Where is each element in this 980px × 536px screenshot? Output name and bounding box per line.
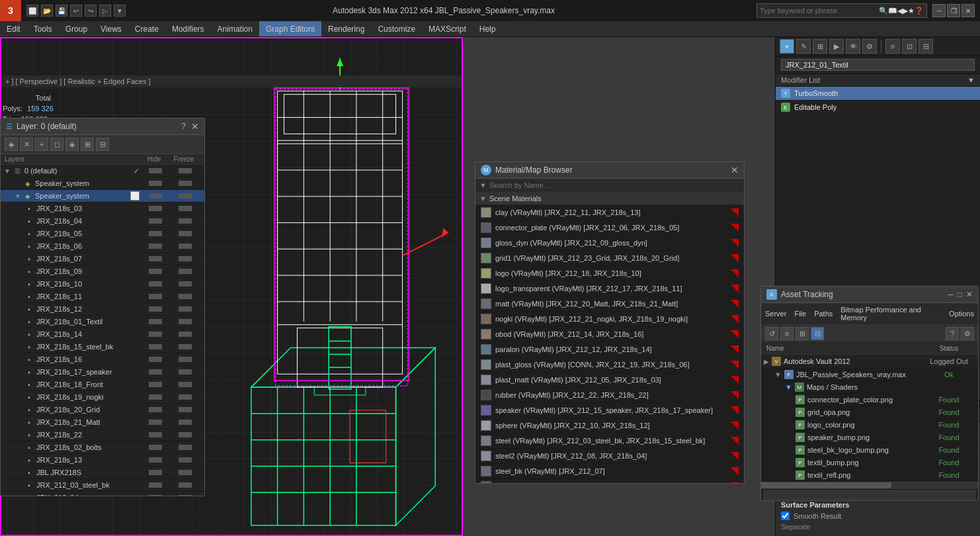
asset-tree-btn[interactable]: ⊟ bbox=[811, 327, 824, 340]
asset-menu-paths[interactable]: Paths bbox=[814, 309, 833, 318]
menu-animation[interactable]: Animation bbox=[211, 21, 259, 36]
menu-rendering[interactable]: Rendering bbox=[321, 21, 371, 36]
mat-browser-close-button[interactable]: ✕ bbox=[731, 165, 739, 175]
layer-item[interactable]: ▪ JRX_218s_09 bbox=[1, 265, 204, 278]
layer-item[interactable]: ▪ JRX_218s_12 bbox=[1, 303, 204, 316]
layer-checkbox[interactable] bbox=[130, 191, 140, 201]
layer-item[interactable]: ▪ JRX_218s_17_speaker bbox=[1, 366, 204, 379]
layers-expand-btn[interactable]: ⊟ bbox=[96, 138, 109, 151]
qa-redo[interactable]: ↪ bbox=[85, 5, 97, 17]
asset-menu-options[interactable]: Options bbox=[949, 309, 974, 318]
asset-path-input[interactable] bbox=[764, 490, 975, 500]
layer-item[interactable]: ▪ JRX_218s_18_Front bbox=[1, 379, 204, 391]
layers-create-btn[interactable]: ◈ bbox=[5, 138, 18, 151]
asset-png-item[interactable]: P grid_opa.png Found bbox=[761, 406, 978, 419]
menu-edit[interactable]: Edit bbox=[0, 21, 27, 36]
mat-item[interactable]: plast_gloss (VRayMtl) [CONN, JRX_212_19,… bbox=[475, 357, 744, 373]
layer-item[interactable]: ▪ JBL JRX218S bbox=[1, 467, 204, 479]
layer-item[interactable]: ▪ JRX_218s_07 bbox=[1, 253, 204, 265]
asset-minimize-btn[interactable]: ─ bbox=[948, 290, 954, 299]
layer-item[interactable]: ▪ JRX_212_04 bbox=[1, 492, 204, 496]
layer-item[interactable]: ▼ ☰ 0 (default) ✓ bbox=[1, 165, 204, 177]
layer-item[interactable]: ▪ JRX_218s_16 bbox=[1, 353, 204, 366]
layer-item[interactable]: ▪ JRX_218s_15_steel_bk bbox=[1, 341, 204, 353]
mat-item[interactable]: rubber (VRayMtl) [JRX_212_22, JRX_218s_2… bbox=[475, 388, 744, 403]
menu-create[interactable]: Create bbox=[128, 21, 165, 36]
layers-delete-btn[interactable]: ✕ bbox=[20, 138, 33, 151]
modifier-list-dropdown-icon[interactable]: ▼ bbox=[967, 76, 975, 84]
menu-views[interactable]: Views bbox=[94, 21, 128, 36]
asset-close-btn[interactable]: ✕ bbox=[966, 290, 973, 299]
layer-item[interactable]: ▪ JRX_218s_10 bbox=[1, 278, 204, 290]
asset-vault-group[interactable]: ▶ V Autodesk Vault 2012 Logged Out bbox=[761, 355, 978, 369]
mat-item[interactable]: steel_bk (VRayMtl) [JRX_212_07] bbox=[475, 464, 744, 479]
rt-extra2-btn[interactable]: ⊡ bbox=[902, 39, 917, 54]
mat-search-input[interactable] bbox=[489, 181, 740, 189]
qa-save[interactable]: 💾 bbox=[56, 5, 67, 17]
mat-item[interactable]: steel (VRayMtl) [JRX_212_03_steel_bk, JR… bbox=[475, 433, 744, 449]
layer-item[interactable]: ◈ Speaker_system bbox=[1, 177, 204, 190]
close-button[interactable]: ✕ bbox=[961, 4, 975, 17]
rt-modify-btn[interactable]: ✎ bbox=[796, 39, 811, 54]
mat-item[interactable]: speaker (VRayMtl) [JRX_212_15_speaker, J… bbox=[475, 403, 744, 418]
layers-highlight-btn[interactable]: ◈ bbox=[65, 138, 79, 151]
menu-maxscript[interactable]: MAXScript bbox=[422, 21, 473, 36]
menu-help[interactable]: Help bbox=[473, 21, 503, 36]
asset-grid-btn[interactable]: ⊞ bbox=[796, 327, 809, 340]
qa-render[interactable]: ▷ bbox=[99, 5, 111, 17]
layer-item[interactable]: ▪ JRX_218s_02_bolts bbox=[1, 441, 204, 454]
mat-item[interactable]: paralon (VRayMtl) [JRX_212_12, JRX_218s_… bbox=[475, 342, 744, 357]
layer-item[interactable]: ▪ JRX_218s_13 bbox=[1, 454, 204, 467]
mat-scene-header[interactable]: ▼ Scene Materials bbox=[475, 193, 744, 205]
layers-close-button[interactable]: ✕ bbox=[191, 121, 199, 132]
mat-item[interactable]: logo (VRayMtl) [JRX_212_18, JRX_218s_10] bbox=[475, 266, 744, 281]
rt-extra3-btn[interactable]: ⊟ bbox=[919, 39, 933, 54]
asset-help-btn[interactable]: ? bbox=[946, 327, 959, 340]
layer-item[interactable]: ▼ ◈ Speaker_system bbox=[1, 190, 204, 202]
modifier-item-epoly[interactable]: E Editable Poly bbox=[776, 101, 980, 114]
asset-scrollbar[interactable] bbox=[761, 482, 978, 488]
mat-item[interactable]: steel_bk_logo (VRayMtl) [JRX_212_04, JRX… bbox=[475, 479, 744, 483]
layer-item[interactable]: ▪ JRX_212_03_steel_bk bbox=[1, 479, 204, 492]
layer-item[interactable]: ▪ JRX_218s_19_nogki bbox=[1, 391, 204, 404]
layer-item[interactable]: ▪ JRX_218s_03 bbox=[1, 202, 204, 215]
asset-png-item[interactable]: P connector_plate_color.png Found bbox=[761, 394, 978, 406]
layer-item[interactable]: ▪ JRX_218s_20_Grid bbox=[1, 404, 204, 416]
asset-png-item[interactable]: P textil_refl.png Found bbox=[761, 469, 978, 482]
modifier-item-turbos[interactable]: T TurboSmooth bbox=[776, 87, 980, 101]
asset-maximize-btn[interactable]: □ bbox=[958, 290, 962, 299]
smooth-result-checkbox[interactable] bbox=[781, 512, 790, 520]
mat-item[interactable]: gloss_dyn (VRayMtl) [JRX_212_09_gloss_dy… bbox=[475, 236, 744, 251]
asset-refresh-btn[interactable]: ↺ bbox=[765, 327, 778, 340]
asset-maps-group[interactable]: ▼ M Maps / Shaders bbox=[761, 381, 978, 394]
asset-list-btn[interactable]: ≡ bbox=[780, 327, 794, 340]
rt-extra-btn[interactable]: ≡ bbox=[885, 39, 900, 54]
menu-customize[interactable]: Customize bbox=[371, 21, 422, 36]
asset-png-item[interactable]: P steel_bk_logo_bump.png Found bbox=[761, 444, 978, 457]
mat-item[interactable]: matt (VRayMtl) [JRX_212_20_Matt, JRX_218… bbox=[475, 296, 744, 312]
menu-graph-editors[interactable]: Graph Editors bbox=[259, 21, 321, 36]
mat-item[interactable]: sphere (VRayMtl) [JRX_212_10, JRX_218s_1… bbox=[475, 418, 744, 433]
asset-menu-file[interactable]: File bbox=[794, 309, 806, 318]
menu-modifiers[interactable]: Modifiers bbox=[165, 21, 211, 36]
layer-item[interactable]: ▪ JRX_218s_01_Textil bbox=[1, 316, 204, 328]
mat-item[interactable]: steel2 (VRayMtl) [JRX_212_08, JRX_218s_0… bbox=[475, 449, 744, 464]
asset-file-item[interactable]: ▼ F JBL_Passive_Speakers_vray.max Ok bbox=[761, 369, 978, 381]
qa-more[interactable]: ▼ bbox=[114, 5, 126, 17]
layer-item[interactable]: ▪ JRX_218s_04 bbox=[1, 215, 204, 228]
mat-item[interactable]: obod (VRayMtl) [JRX_212_14, JRX_218s_16] bbox=[475, 327, 744, 342]
layer-item[interactable]: ▪ JRX_218s_22 bbox=[1, 429, 204, 441]
layer-item[interactable]: ▪ JRX_218s_14 bbox=[1, 328, 204, 341]
asset-png-item[interactable]: P speaker_bump.png Found bbox=[761, 431, 978, 444]
qa-new[interactable]: ⬜ bbox=[26, 5, 38, 17]
layers-select-btn[interactable]: ◻ bbox=[50, 138, 63, 151]
asset-png-item[interactable]: P logo_color.png Found bbox=[761, 419, 978, 431]
asset-settings-btn[interactable]: ⚙ bbox=[961, 327, 974, 340]
layer-item[interactable]: ▪ JRX_218s_05 bbox=[1, 228, 204, 240]
layers-merge-btn[interactable]: ⊞ bbox=[81, 138, 94, 151]
layer-item[interactable]: ▪ JRX_218s_21_Matt bbox=[1, 416, 204, 429]
search-input[interactable] bbox=[760, 7, 879, 15]
layer-item[interactable]: ▪ JRX_218s_11 bbox=[1, 290, 204, 303]
asset-menu-bitmap[interactable]: Bitmap Performance and Memory bbox=[840, 305, 941, 322]
layers-add-btn[interactable]: + bbox=[35, 138, 48, 151]
